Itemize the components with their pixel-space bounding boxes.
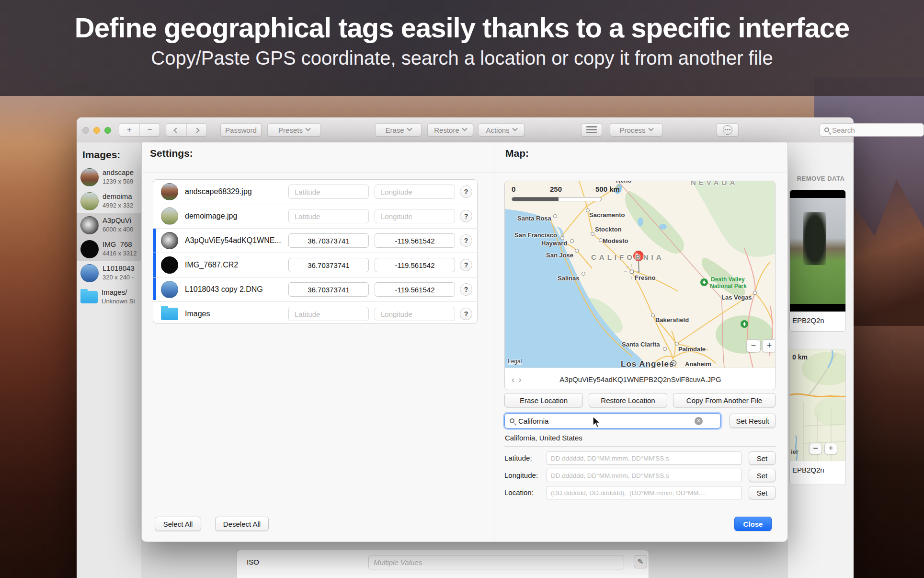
help-button[interactable]: ? xyxy=(460,308,472,320)
deselect-all-button[interactable]: Deselect All xyxy=(215,517,269,531)
photo-card[interactable]: EPB2Q2n xyxy=(789,190,846,332)
latitude-field[interactable] xyxy=(288,185,369,199)
map-label: Reno xyxy=(616,181,632,184)
map-label: Hayward xyxy=(541,240,567,247)
file-row-selected[interactable]: IMG_7687.CR2 ? xyxy=(153,253,477,277)
longitude-form-input[interactable] xyxy=(547,469,742,482)
map-label: San Francisco xyxy=(514,231,557,239)
search-result-text[interactable]: California, United States xyxy=(505,434,582,442)
longitude-field[interactable] xyxy=(375,233,455,248)
location-form-label: Location: xyxy=(504,488,534,497)
help-button[interactable]: ? xyxy=(460,210,472,222)
file-row-selected[interactable]: A3pQuViEy54adKQ1WNE... ? xyxy=(153,229,477,253)
edit-pencil-button[interactable]: ✎ xyxy=(634,555,647,568)
image-thumbnail xyxy=(161,256,178,274)
file-row[interactable]: andscape68329.jpg ? xyxy=(153,180,477,204)
file-row[interactable]: demoimage.jpg ? xyxy=(153,204,477,228)
map-view[interactable]: NEVADA Reno Santa Rosa Sacramento Stockt… xyxy=(505,181,776,368)
search-icon xyxy=(824,127,829,132)
city-dot xyxy=(553,214,557,218)
help-button[interactable]: ? xyxy=(460,259,472,271)
file-row-folder[interactable]: Images ? xyxy=(153,302,477,326)
latitude-field[interactable] xyxy=(288,258,369,272)
location-form-input[interactable] xyxy=(547,486,742,499)
restore-location-button[interactable]: Restore Location xyxy=(589,393,667,407)
sidebar-item[interactable]: demoima4992 x 332 xyxy=(77,189,141,213)
latitude-field[interactable] xyxy=(288,233,369,248)
mini-map-card[interactable]: 0 km ier − + EPB2Q2n xyxy=(789,349,846,485)
set-latitude-button[interactable]: Set xyxy=(749,451,776,465)
banner-subtitle: Copy/Paste GPS coordinate, search a loca… xyxy=(0,47,924,69)
map-label: Fresno xyxy=(635,274,655,281)
longitude-form-label: Longitude: xyxy=(504,471,538,479)
longitude-field[interactable] xyxy=(375,209,455,223)
zoom-out-button[interactable]: − xyxy=(746,339,761,352)
mini-zoom-out-button[interactable]: − xyxy=(809,443,822,454)
sidebar-item[interactable]: andscape1239 x 569 xyxy=(77,165,141,189)
city-dot xyxy=(599,238,603,242)
add-button[interactable]: + xyxy=(119,124,139,136)
iso-input[interactable] xyxy=(368,555,624,569)
sidebar-item-selected[interactable]: A3pQuVi6000 x 400 xyxy=(77,213,141,237)
divider xyxy=(142,173,788,173)
latitude-field[interactable] xyxy=(288,282,369,297)
map-scale-bar xyxy=(512,197,602,201)
help-button[interactable]: ? xyxy=(460,283,472,296)
forward-button[interactable] xyxy=(186,124,206,136)
longitude-field[interactable] xyxy=(375,307,455,321)
erase-location-button[interactable]: Erase Location xyxy=(504,393,583,407)
previous-image-button[interactable]: ‹ xyxy=(512,374,514,385)
traffic-light-minimize[interactable] xyxy=(93,127,100,134)
city-dot xyxy=(675,342,679,346)
mini-map-caption: EPB2Q2n xyxy=(790,461,845,479)
close-button[interactable]: Close xyxy=(734,517,772,531)
zoom-in-button[interactable]: + xyxy=(762,339,776,352)
location-search-field[interactable]: × xyxy=(504,413,721,428)
view-options-button[interactable] xyxy=(581,123,602,137)
back-button[interactable] xyxy=(166,124,186,136)
set-location-button[interactable]: Set xyxy=(749,486,776,499)
mini-map[interactable]: 0 km ier − + xyxy=(790,349,845,461)
actions-dropdown[interactable]: Actions xyxy=(478,123,525,137)
legal-link[interactable]: Legal xyxy=(508,358,522,365)
location-search-input[interactable] xyxy=(518,417,691,425)
longitude-field[interactable] xyxy=(375,282,455,297)
next-image-button[interactable]: › xyxy=(518,374,521,385)
mini-zoom-in-button[interactable]: + xyxy=(824,443,837,454)
sidebar-item-folder[interactable]: Images/Unknown Si xyxy=(77,285,141,309)
city-dot xyxy=(575,249,579,253)
more-button[interactable]: ••• xyxy=(717,123,739,137)
set-longitude-button[interactable]: Set xyxy=(749,469,776,482)
latitude-form-input[interactable] xyxy=(547,451,742,465)
latitude-field[interactable] xyxy=(288,209,369,223)
set-result-button[interactable]: Set Result xyxy=(730,414,776,428)
process-dropdown[interactable]: Process xyxy=(610,123,662,137)
remove-data-header: REMOVE DATA xyxy=(788,175,854,182)
right-info-panel: REMOVE DATA EPB2Q2n SHOW EDITOR xyxy=(788,142,854,578)
sidebar-item-selected[interactable]: IMG_7684416 x 3312 xyxy=(77,237,141,261)
latitude-field[interactable] xyxy=(288,307,369,321)
map-header: Map: xyxy=(505,148,529,159)
photo-caption: EPB2Q2n xyxy=(790,312,845,329)
help-button[interactable]: ? xyxy=(460,234,472,247)
password-button[interactable]: Password xyxy=(220,123,262,137)
longitude-field[interactable] xyxy=(375,258,455,272)
longitude-field[interactable] xyxy=(375,185,455,199)
restore-dropdown[interactable]: Restore xyxy=(427,123,473,137)
presets-dropdown[interactable]: Presets xyxy=(267,123,321,137)
geotag-sheet: Settings: Map: andscape68329.jpg ? demoi… xyxy=(141,142,788,542)
erase-dropdown[interactable]: Erase xyxy=(375,123,422,137)
remove-button[interactable]: − xyxy=(139,124,160,136)
traffic-light-zoom[interactable] xyxy=(104,127,111,134)
sidebar-item[interactable]: L1018043320 x 240 - xyxy=(77,261,141,285)
image-thumbnail xyxy=(80,264,99,282)
toolbar-search-field[interactable] xyxy=(820,123,924,137)
traffic-light-close[interactable] xyxy=(82,127,89,134)
select-all-button[interactable]: Select All xyxy=(155,517,201,531)
clear-search-icon[interactable]: × xyxy=(695,417,703,425)
help-button[interactable]: ? xyxy=(460,185,472,198)
file-row-selected[interactable]: L1018043 copy 2.DNG ? xyxy=(153,277,477,301)
image-thumbnail xyxy=(80,240,99,258)
search-input[interactable] xyxy=(832,126,909,134)
copy-from-file-button[interactable]: Copy From Another File xyxy=(673,393,776,407)
